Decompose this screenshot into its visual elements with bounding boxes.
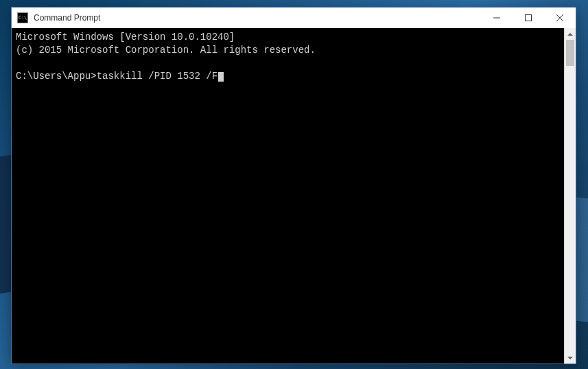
maximize-button[interactable] xyxy=(513,8,544,28)
app-icon-glyph: C:\ xyxy=(19,16,27,21)
close-button[interactable] xyxy=(544,8,576,28)
minimize-icon xyxy=(493,14,500,21)
chevron-down-icon xyxy=(567,357,573,359)
scroll-thumb[interactable] xyxy=(566,40,574,66)
command-prompt-window: C:\ Command Prompt Microsoft Windows [Ve… xyxy=(11,7,576,364)
scroll-track[interactable] xyxy=(565,40,576,352)
scroll-down-button[interactable] xyxy=(565,352,576,364)
terminal-line: Microsoft Windows [Version 10.0.10240] xyxy=(16,32,235,43)
terminal-line: (c) 2015 Microsoft Corporation. All righ… xyxy=(16,45,316,56)
maximize-icon xyxy=(525,14,532,21)
svg-marker-5 xyxy=(567,357,573,359)
chevron-up-icon xyxy=(567,33,573,36)
window-client-area: Microsoft Windows [Version 10.0.10240] (… xyxy=(12,28,576,364)
terminal-command: taskkill /PID 1532 /F xyxy=(97,71,217,82)
terminal-cursor xyxy=(218,72,224,82)
scroll-up-button[interactable] xyxy=(565,28,576,40)
svg-rect-1 xyxy=(526,15,532,21)
close-icon xyxy=(556,14,563,21)
window-title: Command Prompt xyxy=(34,13,481,23)
minimize-button[interactable] xyxy=(481,8,513,28)
svg-marker-4 xyxy=(567,33,573,36)
terminal-prompt: C:\Users\Appu> xyxy=(16,71,97,82)
terminal-prompt-line: C:\Users\Appu>taskkill /PID 1532 /F xyxy=(16,71,224,82)
window-controls xyxy=(481,8,576,28)
window-titlebar[interactable]: C:\ Command Prompt xyxy=(12,8,576,28)
vertical-scrollbar[interactable] xyxy=(564,28,576,364)
app-icon: C:\ xyxy=(17,12,28,23)
terminal-output[interactable]: Microsoft Windows [Version 10.0.10240] (… xyxy=(12,28,564,364)
